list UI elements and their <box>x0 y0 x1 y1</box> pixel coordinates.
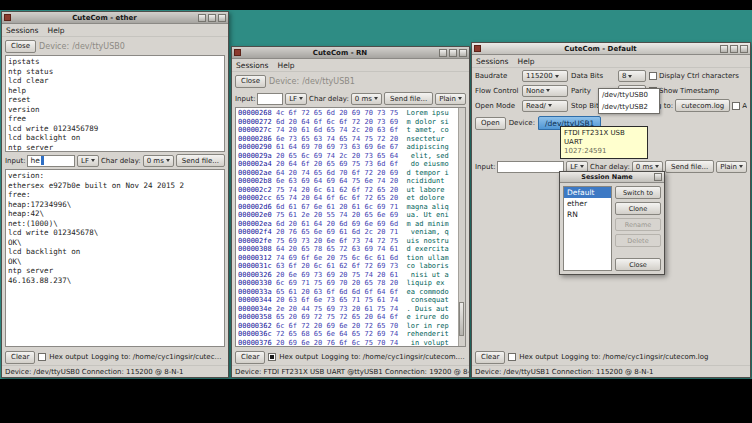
menu-help[interactable]: Help <box>518 57 535 66</box>
timestamp-option[interactable]: Show Timestamp <box>649 87 747 95</box>
switch-to-button[interactable]: Switch to <box>615 186 661 199</box>
titlebar[interactable]: CuteCom - Default <box>472 43 750 55</box>
hex-offset: 00000330 <box>238 279 272 287</box>
minimize-button[interactable] <box>198 14 206 22</box>
text-line: lcd write 012345678\ <box>8 228 222 238</box>
session-item[interactable]: Default <box>564 187 611 198</box>
hex-ascii: ea commodo <box>407 288 449 296</box>
dialog-buttons: Switch toCloneRenameDeleteClose <box>615 186 661 271</box>
titlebar[interactable]: CuteCom - RN <box>232 47 469 59</box>
menu-help[interactable]: Help <box>48 26 65 35</box>
clone-button[interactable]: Clone <box>615 202 661 215</box>
hex-ascii: t amet, co <box>407 126 449 134</box>
maximize-button[interactable] <box>730 45 738 53</box>
minimize-button[interactable] <box>720 45 728 53</box>
device-label: Device: <box>509 119 535 127</box>
char-delay-value: 0 ms <box>355 95 372 103</box>
ether-output-area[interactable]: version:ethersex e927b0e built on Nov 24… <box>5 169 225 347</box>
hex-output-checkbox[interactable] <box>508 353 516 361</box>
display-mode-combo[interactable]: Plain <box>435 93 466 105</box>
open-mode-combo[interactable]: Read/ <box>522 100 568 112</box>
display-mode-combo[interactable]: Plain <box>716 161 747 173</box>
hex-row: 000002ea 6d 20 61 64 20 6d 69 6e 69 6d m… <box>238 220 456 229</box>
device-option[interactable]: /dev/ttyUSB2 <box>599 101 659 113</box>
hex-bytes: 74 69 6f 6e 20 75 6c 6c 61 6d <box>272 254 407 262</box>
menu-sessions[interactable]: Sessions <box>476 57 509 66</box>
scrollbar[interactable] <box>458 108 465 346</box>
eol-combo[interactable]: LF <box>285 93 307 105</box>
hex-row: 000002fe 75 69 73 20 6e 6f 73 74 72 75 u… <box>238 237 456 246</box>
dialog-titlebar[interactable]: Session Name <box>560 172 664 183</box>
hex-bytes: 20 69 6e 20 76 6f 6c 75 70 74 <box>272 339 407 347</box>
send-file-button[interactable]: Send file... <box>176 154 225 167</box>
hex-ascii: nsectetur <box>407 135 449 143</box>
hex-row: 000002d6 6d 61 67 6e 61 20 61 6c 69 71 m… <box>238 203 456 212</box>
hex-offset: 00000290 <box>238 143 272 151</box>
hex-output-checkbox[interactable] <box>38 353 46 361</box>
minimize-button[interactable] <box>439 49 447 57</box>
eol-value: LF <box>81 157 89 165</box>
char-delay-spinner[interactable]: 0 ms <box>351 93 382 105</box>
flow-control-combo[interactable]: None <box>522 85 568 97</box>
ether-history-area[interactable]: ipstatsntp statuslcd clearhelpresetversi… <box>5 55 225 152</box>
close-window-button[interactable] <box>740 45 748 53</box>
hex-row: 00000362 6c 6f 72 20 69 6e 20 72 65 70 l… <box>238 322 456 331</box>
hex-offset: 000002ae <box>238 169 272 177</box>
session-item[interactable]: RN <box>564 209 611 220</box>
eol-combo[interactable]: LF <box>77 155 99 167</box>
command-input[interactable] <box>497 161 564 173</box>
send-file-button[interactable]: Send file... <box>384 92 433 105</box>
hex-output-checkbox[interactable] <box>268 353 276 361</box>
close-dialog-button[interactable] <box>654 173 662 181</box>
bottom-controls: Clear Hex output Logging to: /home/cyc1i… <box>232 349 469 365</box>
open-button[interactable]: Open <box>475 117 506 130</box>
text-line: 46.163.88.237\ <box>8 276 222 286</box>
menu-sessions[interactable]: Sessions <box>6 26 39 35</box>
databits-combo[interactable]: 8 <box>618 70 646 82</box>
command-input[interactable] <box>257 93 283 105</box>
eol-value: LF <box>289 95 297 103</box>
baudrate-combo[interactable]: 115200 <box>522 70 568 82</box>
ctrl-chars-option[interactable]: Display Ctrl characters <box>649 72 747 80</box>
log-file-button[interactable]: cutecom.log <box>675 99 730 112</box>
maximize-button[interactable] <box>208 14 216 22</box>
eol-value: LF <box>570 163 578 171</box>
close-connection-button[interactable]: Close <box>235 75 266 88</box>
hex-bytes: 20 76 65 6e 69 61 6d 2c 20 71 <box>272 228 407 236</box>
hex-bytes: 20 65 6c 69 74 2c 20 73 65 64 <box>272 152 407 160</box>
close-connection-button[interactable]: Close <box>5 40 36 53</box>
titlebar[interactable]: CuteCom - ether <box>2 12 228 24</box>
scrollbar-thumb[interactable] <box>459 302 464 336</box>
rn-hex-area[interactable]: 00000268 4c 6f 72 65 6d 20 69 70 73 75 L… <box>235 107 466 347</box>
open-mode-value: Read/ <box>526 102 546 110</box>
text-line: lcd backlight on <box>8 133 222 143</box>
hex-ascii: rehenderit <box>407 330 449 338</box>
maximize-button[interactable] <box>449 49 457 57</box>
session-item[interactable]: ether <box>564 198 611 209</box>
char-delay-spinner[interactable]: 0 ms <box>143 155 174 167</box>
command-input[interactable]: he <box>27 155 75 167</box>
close-window-button[interactable] <box>218 14 226 22</box>
clear-button[interactable]: Clear <box>475 351 505 364</box>
ctrl-chars-checkbox[interactable] <box>649 72 657 80</box>
session-list[interactable]: DefaultetherRN <box>563 186 612 271</box>
device-option[interactable]: /dev/ttyUSB0 <box>599 89 659 101</box>
clear-button[interactable]: Clear <box>5 351 35 364</box>
device-popup[interactable]: /dev/ttyUSB0/dev/ttyUSB2 <box>598 88 660 114</box>
flow-control-label: Flow Control <box>475 87 519 95</box>
menu-sessions[interactable]: Sessions <box>236 61 269 70</box>
hex-row: 000002cc 65 74 20 64 6f 6c 6f 72 65 20 e… <box>238 194 456 203</box>
display-mode-value: Plain <box>439 95 456 103</box>
hex-ascii: do eiusmo <box>407 160 449 168</box>
clear-button[interactable]: Clear <box>235 351 265 364</box>
close-button[interactable]: Close <box>615 258 661 271</box>
close-window-button[interactable] <box>459 49 467 57</box>
append-checkbox[interactable] <box>732 102 740 110</box>
device-tooltip: FTDI FT231X USB UART 1027:24591 <box>560 126 648 159</box>
menu-help[interactable]: Help <box>278 61 295 70</box>
hex-row: 00000290 61 64 69 70 69 73 63 69 6e 67 a… <box>238 143 456 152</box>
hex-bytes: 4c 6f 72 65 6d 20 69 70 73 75 <box>272 109 407 117</box>
hex-row: 00000330 6c 69 71 75 69 70 20 65 78 20 l… <box>238 279 456 288</box>
send-file-button[interactable]: Send file... <box>665 160 714 173</box>
logging-label: Logging to: /home/cyc1ingsir/cutecom.log <box>321 353 466 361</box>
